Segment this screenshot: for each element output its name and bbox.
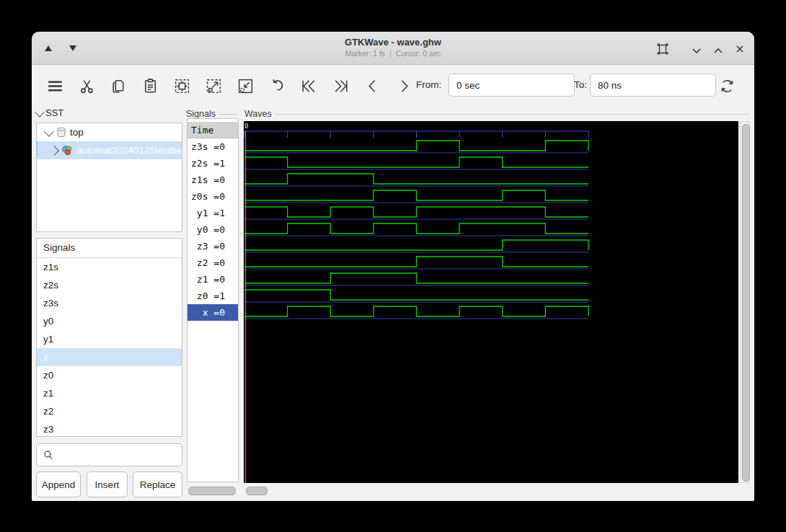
wave-trace-z0 (244, 290, 588, 300)
titlebar[interactable]: GTKWave - wave.ghw Marker: 1 fs|Cursor: … (32, 32, 754, 65)
go-to-start-icon[interactable] (293, 70, 324, 102)
status-separator: | (389, 49, 392, 58)
signal-list-header: Signals (37, 239, 182, 258)
signal-search[interactable] (36, 443, 182, 466)
cut-icon[interactable] (71, 70, 102, 102)
zoom-in-size-icon[interactable] (198, 70, 229, 102)
signal-value-row-z3s[interactable]: z3s =0 (187, 138, 238, 155)
tree-item-top[interactable]: top (37, 123, 182, 141)
signal-value-row-z2s[interactable]: z2s =1 (187, 155, 238, 172)
signal-value-row-x[interactable]: x =0 (187, 304, 238, 321)
status-line: Marker: 1 fs|Cursor: 0 sec (32, 49, 754, 58)
list-item-z1s[interactable]: z1s (37, 258, 182, 276)
signal-value-row-y1[interactable]: y1 =1 (187, 205, 238, 221)
window-title: GTKWave - wave.ghw (32, 32, 754, 48)
waveform-canvas[interactable]: 0 (244, 121, 738, 483)
wave-trace-z2s (244, 157, 588, 167)
chevron-down-icon[interactable] (44, 126, 54, 136)
waves-frame-label: Waves (244, 109, 750, 119)
tree-item-automat20240125testbe[interactable]: automat20240125testbe (37, 141, 182, 159)
go-to-end-icon[interactable] (324, 70, 356, 102)
list-item-z3[interactable]: z3 (37, 420, 182, 437)
wave-trace-z3 (244, 240, 588, 250)
waves-hscrollbar[interactable] (244, 486, 738, 496)
ruler-start-label: 0 (244, 123, 248, 130)
desktop: { "window": { "title": "GTKWave - wave.g… (0, 0, 786, 532)
wave-trace-y1 (244, 207, 588, 217)
list-item-z2[interactable]: z2 (37, 402, 182, 420)
tree-guide (37, 142, 48, 155)
signals-values-panel: Time z3s =0z2s =1z1s =0z0s =0 y1 =1 y0 =… (187, 118, 239, 482)
fit-window-icon[interactable] (656, 43, 669, 56)
from-label: From: (416, 79, 441, 90)
search-input[interactable] (58, 449, 188, 461)
paste-icon[interactable] (134, 70, 166, 102)
chevron-right-icon[interactable] (49, 145, 59, 155)
reload-icon[interactable] (711, 70, 743, 102)
search-icon (43, 450, 53, 460)
unmaximize-icon[interactable] (690, 45, 703, 58)
list-item-z1[interactable]: z1 (37, 384, 182, 402)
wave-trace-x (244, 306, 588, 316)
from-input[interactable] (449, 74, 575, 97)
to-label: To: (574, 79, 587, 90)
wave-trace-z1s (244, 174, 588, 184)
time-header[interactable]: Time (187, 122, 238, 138)
waves-vscrollbar[interactable] (740, 121, 750, 483)
signal-value-row-z0[interactable]: z0 =1 (187, 288, 238, 304)
list-item-x[interactable]: x (37, 348, 182, 366)
signals-hscrollbar[interactable] (187, 486, 238, 496)
marker-status: Marker: 1 fs (345, 49, 385, 58)
signal-value-row-z0s[interactable]: z0s =0 (187, 188, 238, 205)
signal-value-row-y0[interactable]: y0 =0 (187, 221, 238, 238)
to-input[interactable] (590, 74, 716, 97)
shade-up-button[interactable] (45, 45, 52, 51)
tree-item-label: automat20240125testbe (76, 145, 182, 156)
wave-trace-z3s (244, 141, 588, 151)
signal-value-row-z2[interactable]: z2 =0 (187, 254, 238, 271)
list-item-y1[interactable]: y1 (37, 330, 182, 348)
maximize-icon[interactable] (712, 45, 725, 58)
cursor-status: Cursor: 0 sec (396, 49, 441, 58)
gtkwave-window: GTKWave - wave.ghw Marker: 1 fs|Cursor: … (32, 32, 754, 501)
shade-down-button[interactable] (69, 45, 76, 51)
toolbar: From: To: (32, 65, 754, 107)
menu-icon[interactable] (39, 70, 71, 102)
undo-icon[interactable] (261, 70, 293, 102)
wave-trace-y0 (244, 223, 588, 234)
sst-tree: topautomat20240125testbe (36, 123, 182, 232)
insert-button[interactable]: Insert (87, 471, 128, 497)
wave-trace-z0s (244, 190, 588, 200)
wave-area[interactable]: 0 (244, 121, 738, 483)
list-item-z3s[interactable]: z3s (37, 294, 182, 312)
sst-expander-icon[interactable] (35, 107, 45, 117)
signal-list-panel: Signals z1sz2sz3sy0y1xz0z1z2z3 (36, 238, 182, 437)
sst-header-label: SST (45, 107, 63, 118)
signal-value-row-z3[interactable]: z3 =0 (187, 238, 238, 254)
wave-trace-z1 (244, 273, 588, 283)
replace-button[interactable]: Replace (133, 471, 182, 497)
cylinder-icon (56, 127, 66, 138)
copy-icon[interactable] (102, 70, 134, 102)
step-back-icon[interactable] (356, 70, 388, 102)
list-item-y0[interactable]: y0 (37, 312, 182, 330)
signal-value-row-z1s[interactable]: z1s =0 (187, 172, 238, 188)
signal-value-row-z1[interactable]: z1 =0 (187, 271, 238, 288)
signals-frame-label: Signals (186, 109, 239, 119)
component-spheres-icon (61, 145, 73, 156)
wave-trace-z2 (244, 257, 588, 267)
append-button[interactable]: Append (36, 471, 81, 497)
zoom-fit-icon[interactable] (166, 70, 198, 102)
list-item-z0[interactable]: z0 (37, 366, 182, 384)
sst-header[interactable]: SST (36, 107, 63, 118)
zoom-out-size-icon[interactable] (229, 70, 261, 102)
tree-item-label: top (70, 127, 84, 138)
list-item-z2s[interactable]: z2s (37, 276, 182, 294)
close-icon[interactable] (733, 43, 746, 56)
step-forward-icon[interactable] (388, 70, 420, 102)
